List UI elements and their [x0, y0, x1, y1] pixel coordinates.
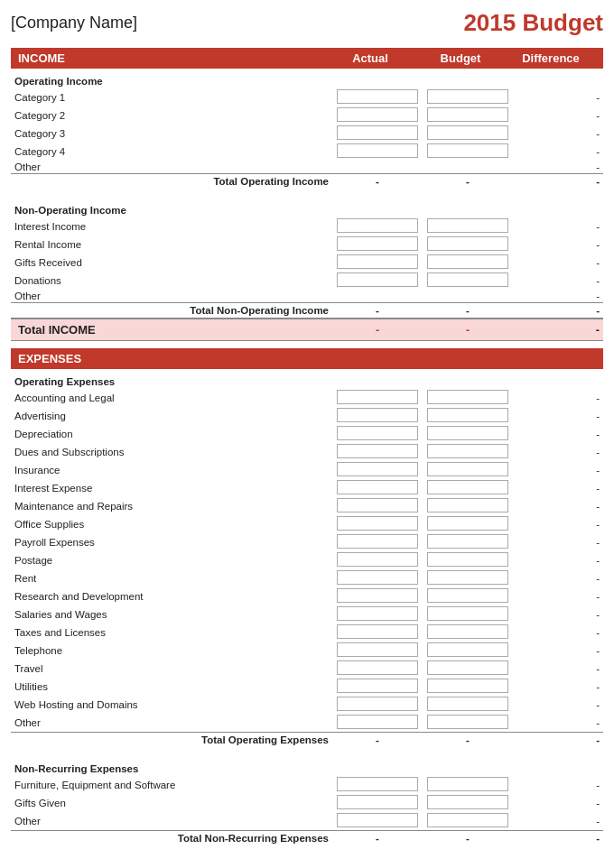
- actual-input[interactable]: [337, 813, 418, 827]
- budget-input[interactable]: [427, 642, 508, 657]
- actual-input[interactable]: [337, 516, 418, 531]
- budget-input[interactable]: [427, 89, 508, 104]
- table-row: Web Hosting and Domains -: [11, 696, 603, 714]
- actual-input[interactable]: [337, 390, 418, 404]
- actual-input[interactable]: [337, 272, 418, 287]
- actual-input[interactable]: [337, 697, 418, 711]
- budget-input-cell: [423, 605, 513, 623]
- item-label: Rent: [11, 569, 332, 587]
- budget-input[interactable]: [427, 480, 508, 494]
- budget-input[interactable]: [427, 552, 508, 567]
- actual-input[interactable]: [337, 498, 418, 512]
- non-recurring-expenses-label: Non-Recurring Expenses: [11, 756, 603, 776]
- total-operating-budget: -: [423, 174, 513, 189]
- budget-input[interactable]: [427, 588, 508, 603]
- total-non-rec-diff: -: [513, 830, 603, 845]
- actual-input-cell: [332, 497, 423, 515]
- table-row: Advertising -: [11, 407, 603, 425]
- total-non-operating-actual: -: [332, 303, 423, 319]
- actual-input[interactable]: [337, 444, 418, 458]
- budget-input[interactable]: [427, 125, 508, 140]
- budget-input[interactable]: [427, 272, 508, 287]
- actual-input[interactable]: [337, 143, 418, 158]
- diff-value: -: [513, 515, 603, 533]
- table-row: Office Supplies -: [11, 515, 603, 533]
- item-label: Other: [11, 290, 332, 303]
- budget-input[interactable]: [427, 236, 508, 251]
- budget-input-cell: [423, 106, 513, 125]
- diff-value: -: [513, 425, 603, 443]
- budget-input[interactable]: [427, 697, 508, 711]
- budget-input[interactable]: [427, 498, 508, 512]
- actual-input[interactable]: [337, 588, 418, 603]
- table-row: Insurance -: [11, 461, 603, 479]
- budget-input[interactable]: [427, 516, 508, 531]
- diff-value: -: [513, 461, 603, 479]
- actual-input[interactable]: [337, 679, 418, 693]
- non-operating-income-label: Non-Operating Income: [11, 198, 603, 217]
- budget-input-cell: [423, 794, 513, 812]
- budget-input[interactable]: [427, 254, 508, 269]
- actual-input[interactable]: [337, 534, 418, 549]
- budget-input-cell: [423, 479, 513, 497]
- budget-input[interactable]: [427, 570, 508, 585]
- actual-input-cell: [332, 235, 423, 254]
- budget-input[interactable]: [427, 660, 508, 675]
- budget-input[interactable]: [427, 795, 508, 809]
- total-non-rec-budget: -: [423, 830, 513, 845]
- actual-input[interactable]: [337, 642, 418, 657]
- budget-input[interactable]: [427, 462, 508, 476]
- actual-input[interactable]: [337, 606, 418, 621]
- actual-input-cell: [332, 812, 423, 831]
- budget-input[interactable]: [427, 715, 508, 729]
- actual-input[interactable]: [337, 125, 418, 140]
- expenses-section-header: EXPENSES: [11, 348, 603, 369]
- actual-input[interactable]: [337, 236, 418, 251]
- budget-input[interactable]: [427, 444, 508, 458]
- actual-input[interactable]: [337, 254, 418, 269]
- actual-input[interactable]: [337, 107, 418, 122]
- budget-input[interactable]: [427, 218, 508, 233]
- budget-input[interactable]: [427, 679, 508, 693]
- total-op-exp-budget: -: [423, 732, 513, 747]
- actual-input[interactable]: [337, 777, 418, 791]
- actual-input[interactable]: [337, 624, 418, 639]
- non-recurring-expenses-header: Non-Recurring Expenses: [11, 756, 603, 776]
- operating-expenses-label: Operating Expenses: [11, 369, 603, 389]
- table-row: Gifts Given -: [11, 794, 603, 812]
- budget-input[interactable]: [427, 143, 508, 158]
- item-label: Postage: [11, 551, 332, 569]
- budget-input[interactable]: [427, 777, 508, 791]
- budget-input[interactable]: [427, 408, 508, 422]
- budget-input[interactable]: [427, 606, 508, 621]
- actual-input[interactable]: [337, 462, 418, 476]
- table-row: Other -: [11, 812, 603, 831]
- actual-input[interactable]: [337, 218, 418, 233]
- item-label: Office Supplies: [11, 515, 332, 533]
- actual-input[interactable]: [337, 480, 418, 494]
- actual-input-cell: [332, 254, 423, 272]
- actual-input[interactable]: [337, 408, 418, 422]
- budget-input[interactable]: [427, 426, 508, 440]
- budget-input-cell: [423, 678, 513, 696]
- item-label: Other: [11, 161, 332, 174]
- diff-value: -: [513, 776, 603, 794]
- actual-input[interactable]: [337, 89, 418, 104]
- actual-input[interactable]: [337, 426, 418, 440]
- actual-input-cell: [332, 678, 423, 696]
- actual-input[interactable]: [337, 715, 418, 729]
- budget-input[interactable]: [427, 107, 508, 122]
- col-actual: Actual: [325, 51, 415, 65]
- budget-input[interactable]: [427, 813, 508, 827]
- actual-input[interactable]: [337, 795, 418, 809]
- budget-input[interactable]: [427, 390, 508, 404]
- budget-input-cell: [423, 143, 513, 161]
- budget-input[interactable]: [427, 534, 508, 549]
- budget-input-cell: [423, 812, 513, 831]
- actual-input[interactable]: [337, 552, 418, 567]
- actual-input-cell: [332, 605, 423, 623]
- total-non-operating-income-label: Total Non-Operating Income: [11, 303, 332, 319]
- actual-input[interactable]: [337, 570, 418, 585]
- actual-input[interactable]: [337, 660, 418, 675]
- budget-input[interactable]: [427, 624, 508, 639]
